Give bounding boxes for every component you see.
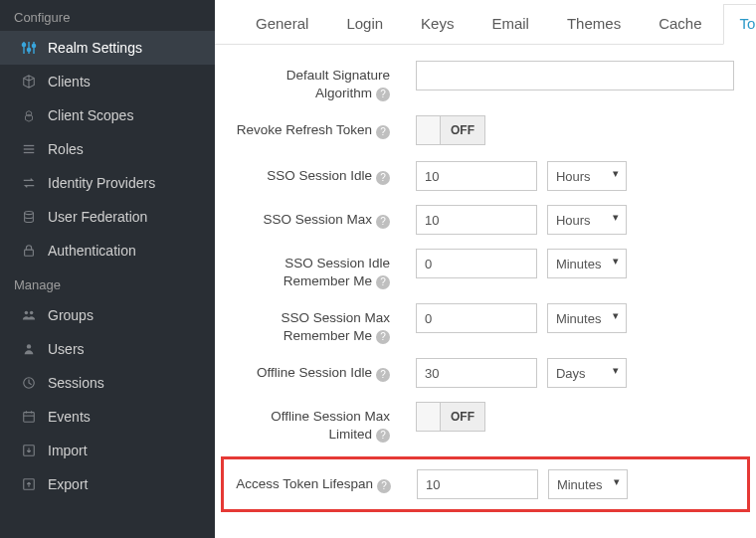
help-icon[interactable]: ?: [376, 275, 390, 289]
sidebar-item-client-scopes[interactable]: Client Scopes: [0, 98, 215, 132]
select-access-token-lifespan-unit[interactable]: [548, 469, 628, 499]
help-icon[interactable]: ?: [376, 171, 390, 185]
svg-point-11: [25, 311, 29, 315]
cube-icon: [20, 75, 38, 89]
label-sso-session-max: SSO Session Max?: [215, 205, 400, 229]
svg-point-13: [27, 344, 31, 348]
row-default-signature-algorithm: Default Signature Algorithm?: [215, 61, 756, 101]
svg-rect-15: [24, 413, 35, 423]
tab-login[interactable]: Login: [329, 4, 400, 44]
tab-email[interactable]: Email: [474, 4, 546, 44]
tab-general[interactable]: General: [239, 4, 325, 44]
label-sso-session-max-remember-me: SSO Session Max Remember Me?: [215, 303, 400, 344]
row-offline-session-max-limited: Offline Session Max Limited? OFF: [215, 402, 756, 443]
label-offline-session-max-limited: Offline Session Max Limited?: [215, 402, 400, 443]
input-sso-session-max[interactable]: [416, 205, 537, 235]
select-sso-session-idle-remember-me-unit[interactable]: [547, 249, 627, 278]
sidebar-item-sessions[interactable]: Sessions: [0, 366, 215, 400]
sidebar-item-label: User Federation: [48, 209, 147, 225]
main-content: General Login Keys Email Themes Cache To…: [215, 0, 756, 538]
help-icon[interactable]: ?: [376, 368, 390, 382]
sidebar-item-export[interactable]: Export: [0, 467, 215, 501]
help-icon[interactable]: ?: [376, 429, 390, 443]
sidebar-item-events[interactable]: Events: [0, 400, 215, 434]
sidebar-item-user-federation[interactable]: User Federation: [0, 200, 215, 234]
toggle-state: OFF: [441, 403, 484, 431]
toggle-offline-session-max-limited[interactable]: OFF: [416, 402, 485, 432]
label-sso-session-idle-remember-me: SSO Session Idle Remember Me?: [215, 249, 400, 289]
tab-tokens[interactable]: Tokens: [723, 4, 757, 45]
svg-point-5: [32, 44, 35, 47]
tab-cache[interactable]: Cache: [642, 4, 718, 44]
sidebar-heading-manage: Manage: [0, 268, 215, 298]
lock-icon: [20, 244, 38, 258]
sidebar-item-authentication[interactable]: Authentication: [0, 234, 215, 268]
input-sso-session-idle[interactable]: [416, 161, 537, 191]
svg-rect-10: [25, 250, 34, 256]
sidebar-item-label: Realm Settings: [48, 40, 142, 56]
select-sso-session-max-remember-me-unit[interactable]: [547, 303, 627, 333]
label-offline-session-idle: Offline Session Idle?: [215, 358, 400, 382]
sidebar-item-label: Client Scopes: [48, 107, 133, 123]
label-sso-session-idle: SSO Session Idle?: [215, 161, 400, 185]
label-default-signature-algorithm: Default Signature Algorithm?: [215, 61, 400, 101]
row-access-token-lifespan: Access Token Lifespan?: [224, 469, 747, 499]
select-sso-session-max-unit[interactable]: [547, 205, 627, 235]
cubes-icon: [20, 108, 38, 122]
tabs: General Login Keys Email Themes Cache To…: [215, 4, 756, 45]
help-icon[interactable]: ?: [376, 88, 390, 101]
sidebar-item-roles[interactable]: Roles: [0, 132, 215, 166]
toggle-revoke-refresh-token[interactable]: OFF: [416, 115, 485, 145]
sidebar-item-label: Identity Providers: [48, 175, 155, 191]
sidebar-item-realm-settings[interactable]: Realm Settings: [0, 31, 215, 65]
export-icon: [20, 477, 38, 491]
row-offline-session-idle: Offline Session Idle?: [215, 358, 756, 388]
help-icon[interactable]: ?: [376, 330, 390, 344]
sliders-icon: [20, 40, 38, 56]
row-sso-session-max: SSO Session Max?: [215, 205, 756, 235]
svg-point-9: [25, 211, 34, 214]
row-revoke-refresh-token: Revoke Refresh Token? OFF: [215, 115, 756, 147]
label-revoke-refresh-token: Revoke Refresh Token?: [215, 115, 400, 139]
input-access-token-lifespan[interactable]: [417, 469, 538, 499]
toggle-handle: [417, 403, 441, 431]
sidebar-item-import[interactable]: Import: [0, 434, 215, 467]
toggle-state: OFF: [441, 116, 484, 144]
exchange-icon: [20, 176, 38, 190]
tokens-form: Default Signature Algorithm? Revoke Refr…: [215, 45, 756, 512]
toggle-handle: [417, 116, 441, 144]
users-icon: [20, 308, 38, 322]
input-default-signature-algorithm[interactable]: [416, 61, 734, 90]
import-icon: [20, 444, 38, 457]
sidebar-item-label: Sessions: [48, 375, 104, 391]
tab-keys[interactable]: Keys: [404, 4, 471, 44]
sidebar-item-groups[interactable]: Groups: [0, 298, 215, 332]
sidebar-item-label: Users: [48, 341, 85, 357]
sidebar-item-label: Events: [48, 409, 91, 425]
sidebar-item-label: Authentication: [48, 243, 136, 259]
input-offline-session-idle[interactable]: [416, 358, 537, 388]
row-sso-session-idle: SSO Session Idle?: [215, 161, 756, 191]
sidebar-item-label: Groups: [48, 307, 94, 323]
highlight-access-token-lifespan: Access Token Lifespan?: [221, 456, 750, 512]
help-icon[interactable]: ?: [376, 125, 390, 139]
sidebar-item-label: Export: [48, 476, 88, 492]
help-icon[interactable]: ?: [376, 215, 390, 229]
calendar-icon: [20, 410, 38, 424]
sidebar-item-users[interactable]: Users: [0, 332, 215, 366]
svg-point-12: [30, 311, 34, 315]
select-sso-session-idle-unit[interactable]: [547, 161, 627, 191]
help-icon[interactable]: ?: [377, 479, 391, 493]
row-sso-session-max-remember-me: SSO Session Max Remember Me?: [215, 303, 756, 344]
clock-icon: [20, 376, 38, 390]
tab-themes[interactable]: Themes: [550, 4, 638, 44]
sidebar-item-clients[interactable]: Clients: [0, 65, 215, 98]
sidebar-heading-configure: Configure: [0, 0, 215, 31]
sidebar-item-label: Roles: [48, 141, 84, 157]
input-sso-session-max-remember-me[interactable]: [416, 303, 537, 333]
input-sso-session-idle-remember-me[interactable]: [416, 249, 537, 278]
select-offline-session-idle-unit[interactable]: [547, 358, 627, 388]
svg-point-3: [27, 48, 30, 51]
sidebar-item-identity-providers[interactable]: Identity Providers: [0, 166, 215, 200]
label-access-token-lifespan: Access Token Lifespan?: [224, 469, 401, 493]
